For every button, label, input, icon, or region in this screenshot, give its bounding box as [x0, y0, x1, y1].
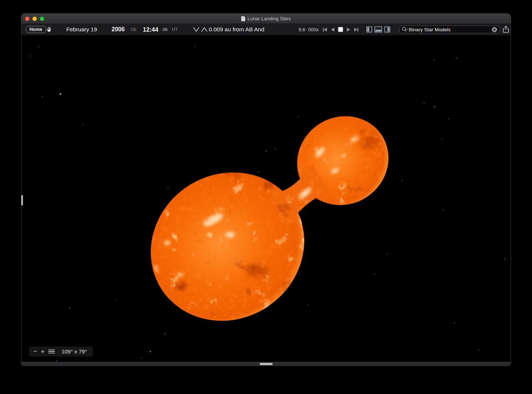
chevron-down-icon[interactable]	[193, 27, 200, 32]
contact-binary-star	[21, 35, 511, 362]
timezone-label[interactable]: UT	[172, 27, 178, 32]
fov-control-bar: − + 109° x 79°	[29, 346, 93, 356]
speed-unit[interactable]: 000x	[308, 27, 318, 32]
bottom-edge-bar	[21, 362, 511, 366]
traffic-lights	[25, 17, 44, 21]
time-menu-icon[interactable]	[183, 27, 190, 32]
home-button[interactable]: Home	[26, 26, 46, 33]
search-menu-icon[interactable]	[388, 27, 396, 32]
step-back-icon[interactable]	[331, 27, 335, 32]
left-panel-toggle-icon[interactable]	[366, 27, 372, 33]
share-icon[interactable]	[503, 26, 509, 34]
chevron-up-icon[interactable]	[201, 27, 208, 32]
stop-icon[interactable]	[338, 27, 343, 32]
bottom-panel-drag-handle[interactable]	[260, 363, 273, 365]
fov-menu-icon[interactable]	[48, 349, 55, 353]
viewing-location-field[interactable]: 0.009 au from AB And	[209, 26, 264, 33]
search-input[interactable]	[408, 27, 492, 32]
skip-to-start-icon[interactable]	[323, 27, 327, 32]
date-menu-icon[interactable]	[57, 27, 65, 32]
speed-value[interactable]: 9.6	[299, 27, 305, 32]
fov-readout: 109° x 79°	[61, 348, 87, 355]
sky-viewport[interactable]: − + 109° x 79°	[21, 35, 511, 362]
step-forward-icon[interactable]	[346, 27, 350, 32]
search-icon	[402, 27, 408, 32]
era-label[interactable]: CE	[131, 27, 136, 32]
speed-menu-icon[interactable]	[288, 27, 296, 32]
playback-controls	[323, 27, 359, 32]
app-window: Lunar Landing Sites Home February 19 200…	[21, 13, 511, 366]
toolbar: Home February 19 2006 CE 12:44 : 06 UT 0…	[21, 24, 511, 35]
date-field[interactable]: February 19	[66, 26, 97, 33]
document-icon	[241, 16, 245, 21]
close-window-button[interactable]	[25, 17, 29, 21]
zoom-window-button[interactable]	[40, 17, 44, 21]
seconds-field[interactable]: 06	[163, 27, 168, 32]
time-separator: :	[160, 27, 161, 32]
minimize-window-button[interactable]	[32, 17, 37, 21]
window-title: Lunar Landing Sites	[247, 16, 291, 21]
left-panel-drag-handle[interactable]	[21, 195, 23, 206]
skip-to-end-icon[interactable]	[354, 27, 359, 32]
bottom-panel-toggle-icon[interactable]	[374, 27, 382, 33]
titlebar: Lunar Landing Sites	[21, 14, 511, 24]
clear-icon[interactable]	[492, 27, 497, 32]
panel-toggles	[366, 27, 390, 33]
pan-hand-icon[interactable]	[46, 26, 53, 33]
time-field[interactable]: 12:44	[143, 26, 158, 33]
search-field[interactable]	[399, 26, 500, 34]
zoom-in-button[interactable]: +	[41, 348, 45, 355]
zoom-out-button[interactable]: −	[34, 348, 37, 355]
year-field[interactable]: 2006	[112, 26, 125, 33]
